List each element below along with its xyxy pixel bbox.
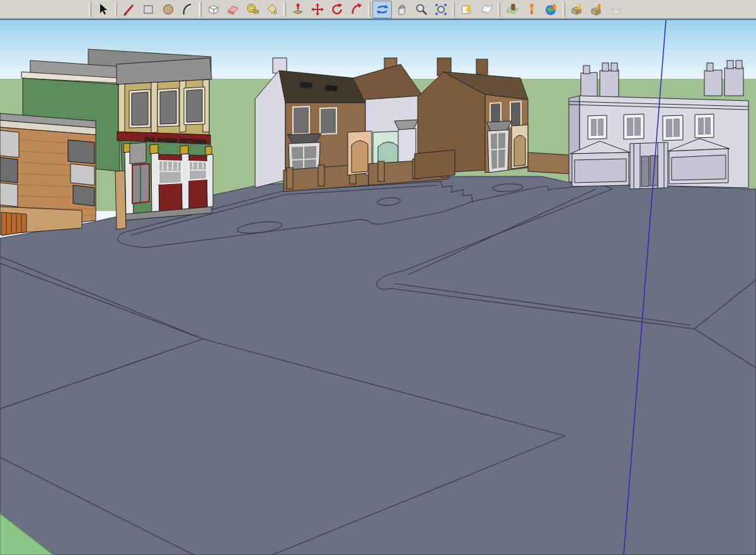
toolbar-separator: [284, 2, 286, 17]
tool-make-component-button[interactable]: [203, 1, 223, 18]
google-earth-icon: [544, 3, 558, 16]
share-model-icon: [590, 3, 604, 16]
house-icon: [609, 3, 623, 16]
tape-measure-icon: [246, 3, 260, 16]
tool-toggle-terrain-button[interactable]: [476, 1, 496, 18]
move-icon: [311, 3, 324, 16]
toolbar-tools: [87, 1, 626, 18]
tool-paint-bucket-button[interactable]: [262, 1, 282, 18]
road-plane[interactable]: [0, 176, 756, 555]
toolbar-separator: [199, 2, 202, 17]
orbit-icon: [375, 3, 389, 16]
circle-icon: [161, 3, 175, 16]
building-wood-clad[interactable]: [0, 113, 96, 236]
tool-line-button[interactable]: [119, 1, 139, 18]
tool-place-model-button[interactable]: [502, 1, 522, 18]
building-queen-vic-pub[interactable]: THE QUEEN VICTORIA: [115, 58, 213, 229]
tool-zoom-button[interactable]: [411, 1, 431, 18]
tool-arc-button[interactable]: [178, 1, 197, 18]
get-models-icon: [570, 3, 584, 16]
place-model-icon: [505, 3, 519, 16]
tool-get-current-view-button[interactable]: [457, 1, 476, 18]
make-component-icon: [207, 3, 220, 16]
toolbar-separator: [115, 2, 117, 17]
tool-house-button[interactable]: [606, 1, 626, 18]
tool-move-button[interactable]: [307, 1, 327, 18]
tool-eraser-button[interactable]: [223, 1, 243, 18]
pan-icon: [395, 3, 409, 16]
toolbar: [0, 0, 756, 19]
toolbar-separator: [368, 2, 370, 17]
toolbar-separator: [498, 2, 500, 17]
zoom-icon: [415, 3, 428, 16]
toolbar-spacer: [0, 0, 87, 18]
tool-get-models-button[interactable]: [567, 1, 587, 18]
tool-rotate-button[interactable]: [327, 1, 346, 18]
tool-tape-measure-button[interactable]: [243, 1, 262, 18]
zoom-extents-icon: [434, 3, 448, 16]
tool-orbit-button[interactable]: [372, 1, 392, 18]
tool-zoom-extents-button[interactable]: [431, 1, 450, 18]
get-current-view-icon: [460, 3, 474, 16]
line-icon: [122, 3, 136, 16]
toggle-terrain-icon: [479, 3, 493, 16]
tool-push-pull-button[interactable]: [288, 1, 307, 18]
tool-circle-button[interactable]: [158, 1, 178, 18]
paint-bucket-icon: [265, 3, 279, 16]
tool-photo-pin-button[interactable]: [522, 1, 541, 18]
push-pull-icon: [291, 3, 305, 16]
photo-pin-icon: [525, 3, 539, 16]
tool-offset-button[interactable]: [346, 1, 366, 18]
viewport-3d[interactable]: THE QUEEN VICTORIA: [0, 19, 756, 555]
rotate-icon: [330, 3, 344, 16]
toolbar-separator: [563, 2, 565, 17]
arc-icon: [181, 3, 195, 16]
offset-icon: [350, 3, 364, 16]
sketchup-window: THE QUEEN VICTORIA: [0, 0, 756, 555]
tool-rectangle-button[interactable]: [139, 1, 158, 18]
toolbar-separator: [89, 2, 91, 17]
rectangle-icon: [142, 3, 156, 16]
eraser-icon: [226, 3, 240, 16]
select-icon: [96, 3, 110, 16]
tool-share-model-button[interactable]: [587, 1, 606, 18]
tool-google-earth-button[interactable]: [541, 1, 561, 18]
tool-pan-button[interactable]: [392, 1, 411, 18]
tool-select-button[interactable]: [93, 1, 113, 18]
toolbar-separator: [452, 2, 455, 17]
